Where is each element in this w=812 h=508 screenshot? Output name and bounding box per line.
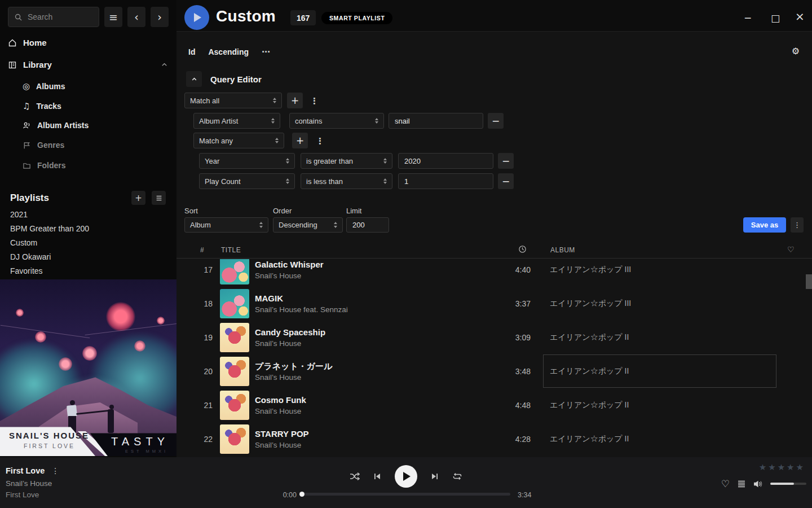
remove-rule-button-2[interactable]: − [498,153,514,169]
seek-handle[interactable] [299,492,304,497]
star-icon[interactable]: ★ [759,462,766,472]
track-row[interactable]: 17 Galactic WhisperSnail’s House 4:40 エイ… [176,259,812,287]
star-icon[interactable]: ★ [778,462,785,472]
playlist-item-2021[interactable]: 2021 [10,210,28,219]
track-row[interactable]: 18 MAGIKSnail’s House feat. Sennzai 3:37… [176,287,812,321]
sort-field-button[interactable]: Id [188,47,195,56]
playlist-item-favorites[interactable]: Favorites [10,266,43,275]
remove-rule-button-3[interactable]: − [498,173,514,189]
save-menu-icon[interactable]: ⋮ [791,217,804,233]
star-icon[interactable]: ★ [768,462,775,472]
album-art-thumbnail [220,289,249,318]
now-playing-artwork[interactable]: SNAIL'S HOUSE FIRST LOVE TASTY EST MMXI [0,279,176,456]
close-button[interactable]: × [795,11,805,22]
sidebar-item-albums[interactable]: ◎ Albums [23,81,65,91]
group-menu-icon-2[interactable]: ⋮ [316,136,324,146]
seek-bar[interactable] [302,493,510,496]
minus-icon: − [492,115,500,126]
star-icon[interactable]: ★ [787,462,794,472]
sidebar-item-genres[interactable]: Genres [23,141,64,150]
duration-column-icon[interactable] [518,245,527,253]
favorite-column-icon[interactable]: ♡ [787,245,795,254]
volume-slider[interactable] [770,483,806,485]
search-box[interactable] [8,7,99,27]
rule-field-select-3[interactable]: Play Count [199,173,295,189]
collapse-query-editor-button[interactable] [186,71,202,87]
add-playlist-button[interactable]: + [131,191,145,205]
rule-field-select-2[interactable]: Year [199,153,295,169]
add-rule-button-2[interactable]: + [292,133,308,148]
track-duration: 4:40 [492,265,531,274]
total-time: 3:34 [518,491,531,499]
next-button[interactable] [431,472,439,480]
track-number: 17 [176,265,213,274]
search-input[interactable] [28,12,93,21]
album-art-thumbnail [220,259,249,284]
back-button[interactable]: ‹ [127,7,145,27]
more-options-icon[interactable]: ⋯ [262,47,270,57]
track-title: Cosmo Funk [255,395,492,406]
gear-icon[interactable]: ⚙ [792,46,800,56]
title-column-header[interactable]: TITLE [221,246,241,254]
sort-direction-button[interactable]: Ascending [208,47,249,56]
remove-rule-button-1[interactable]: − [488,113,504,129]
menu-button[interactable]: ≡ [104,7,122,27]
sort-select[interactable]: Album [184,217,268,233]
scrollbar-thumb[interactable] [806,274,812,289]
sidebar-toolbar: ≡ ‹ › [8,7,169,27]
group-menu-icon-1[interactable]: ⋮ [310,96,319,106]
folders-label: Folders [37,161,66,170]
track-album: エイリアン☆ポップ III [550,299,631,309]
forward-button[interactable]: › [151,7,169,27]
index-column-header[interactable]: # [200,246,204,254]
flag-icon [23,141,31,150]
track-number: 22 [176,435,213,444]
previous-button[interactable] [373,472,381,480]
rule-value-input-1[interactable] [389,113,483,129]
save-as-button[interactable]: Save as [743,217,786,233]
sidebar-item-library[interactable]: Library [8,60,168,69]
sidebar-item-album-artists[interactable]: Album Artists [23,121,89,130]
rule-op-select-2[interactable]: is greater than [301,153,392,169]
favorite-heart-icon[interactable]: ♡ [721,478,730,489]
match-mode-value: Match any [199,137,233,145]
sidebar-item-home[interactable]: Home [8,38,168,47]
sidebar-item-tracks[interactable]: ♫ Tracks [23,101,61,111]
maximize-button[interactable]: □ [771,12,780,24]
track-row[interactable]: 21 Cosmo FunkSnail’s House 4:48 エイリアン☆ポッ… [176,388,812,422]
shuffle-button[interactable] [350,472,360,481]
rule-op-value: contains [295,117,322,125]
track-row[interactable]: 20 プラネット・ガールSnail’s House 3:48 エイリアン☆ポップ… [176,354,812,388]
playlist-item-dj-okawari[interactable]: DJ Okawari [10,252,51,261]
playlist-list-button[interactable] [152,191,166,205]
track-artist: Snail’s House [255,406,492,417]
track-row[interactable]: 22 STARRY POPSnail’s House 4:28 エイリアン☆ポッ… [176,422,812,456]
volume-icon[interactable] [753,480,763,488]
repeat-button[interactable] [452,472,462,480]
album-column-header[interactable]: ALBUM [550,246,575,254]
rule-value-input-3[interactable] [398,173,493,189]
rule-value-input-2[interactable] [398,153,493,169]
add-rule-button-1[interactable]: + [287,93,303,108]
order-label: Order [273,207,292,215]
sidebar-item-folders[interactable]: Folders [23,161,66,170]
star-icon[interactable]: ★ [796,462,804,472]
minimize-button[interactable]: ─ [745,12,751,24]
star-rating[interactable]: ★ ★ ★ ★ ★ [759,462,804,472]
limit-input[interactable] [346,217,389,233]
play-playlist-button[interactable] [184,5,209,30]
playlist-item-bpm[interactable]: BPM Greater than 200 [10,224,89,233]
chevron-up-icon [161,61,168,68]
rule-op-select-1[interactable]: contains [289,113,384,129]
playlist-item-custom[interactable]: Custom [10,238,37,247]
match-mode-select-1[interactable]: Match all [184,93,282,108]
match-mode-select-2[interactable]: Match any [193,133,284,148]
player-right-controls: ♡ [721,478,806,489]
rule-op-select-3[interactable]: is less than [301,173,392,189]
queue-icon[interactable] [737,479,746,488]
order-select[interactable]: Descending [273,217,343,233]
rule-field-select-1[interactable]: Album Artist [193,113,280,129]
track-row[interactable]: 19 Candy SpaceshipSnail’s House 3:09 エイリ… [176,321,812,354]
updown-icon [273,98,276,104]
play-pause-button[interactable] [395,465,417,488]
